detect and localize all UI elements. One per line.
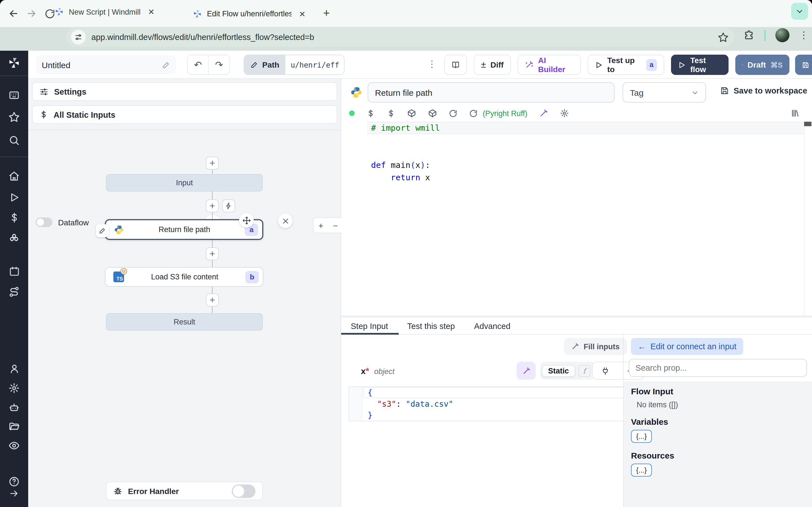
save-to-workspace-button[interactable]: Save to workspace: [720, 86, 807, 95]
audit-eye-icon[interactable]: [7, 439, 21, 452]
extensions-icon[interactable]: [743, 30, 755, 41]
docs-book-button[interactable]: [444, 55, 467, 75]
flow-name-field[interactable]: Untitled: [36, 55, 176, 74]
favorites-star-icon[interactable]: [7, 110, 21, 124]
flow-input-node[interactable]: Input: [106, 174, 263, 191]
resources-cubes-icon[interactable]: [7, 231, 21, 244]
step-node-return-file-path[interactable]: Return file path a: [105, 219, 263, 240]
windmill-logo[interactable]: [7, 56, 21, 70]
forward-button[interactable]: [22, 4, 41, 22]
flow-result-node[interactable]: Result: [106, 313, 263, 331]
dollar-icon[interactable]: [366, 109, 375, 117]
active-tab-underline: [341, 333, 399, 335]
code-assistants-label[interactable]: (Pyright Ruff): [483, 109, 527, 117]
reload-icon[interactable]: [469, 109, 477, 117]
edit-or-connect-button[interactable]: ← Edit or connect an input: [631, 338, 743, 355]
workers-robot-icon[interactable]: [7, 400, 21, 414]
more-options-icon[interactable]: ⋮: [427, 59, 437, 69]
deploy-button[interactable]: Deploy: [795, 55, 812, 75]
edit-step-pencil-icon[interactable]: [96, 224, 109, 237]
plus-minus-icon: ±: [481, 60, 486, 70]
tab-close-icon[interactable]: ✕: [146, 6, 157, 17]
add-step-top-button[interactable]: [206, 157, 219, 170]
editor-scrollbar[interactable]: [804, 122, 812, 316]
diff-button[interactable]: ± Diff: [474, 55, 511, 75]
tab-test-this-step[interactable]: Test this step: [407, 321, 455, 330]
bug-icon: [113, 487, 122, 496]
magic-wand-icon[interactable]: [539, 109, 548, 118]
folders-icon[interactable]: [7, 420, 21, 433]
bookmark-star-icon[interactable]: [718, 32, 728, 43]
error-handler-row[interactable]: Error Handler: [106, 482, 263, 500]
tab-search-button[interactable]: [791, 3, 808, 20]
library-icon[interactable]: [791, 109, 800, 118]
resources-chip[interactable]: {...}: [631, 464, 652, 476]
dataflow-toggle[interactable]: [36, 217, 52, 227]
add-step-button[interactable]: [206, 200, 219, 212]
site-settings-icon[interactable]: [71, 30, 86, 45]
move-step-handle[interactable]: [239, 213, 254, 228]
tab-step-input[interactable]: Step Input: [351, 321, 388, 330]
collapse-arrow-icon[interactable]: [7, 487, 21, 500]
step-name-input[interactable]: [368, 82, 615, 103]
flow-input-empty: No items ([]): [637, 400, 812, 409]
save-icon: [742, 61, 743, 69]
add-step-button[interactable]: [206, 247, 219, 260]
runs-icon[interactable]: [7, 190, 21, 204]
ai-builder-button[interactable]: AI Builder: [518, 55, 581, 75]
user-icon[interactable]: [7, 362, 21, 375]
tab-title: New Script | Windmill: [69, 8, 141, 16]
arg-name: x: [361, 366, 366, 376]
address-bar[interactable]: app.windmill.dev/flows/edit/u/henri/effo…: [66, 27, 734, 47]
test-up-to-button[interactable]: Test up to a: [588, 55, 664, 75]
schedules-calendar-icon[interactable]: [7, 264, 21, 278]
add-step-button[interactable]: [206, 293, 219, 306]
plug-icon[interactable]: [601, 367, 610, 375]
draft-button[interactable]: Draft ⌘S: [735, 55, 790, 75]
fill-inputs-button[interactable]: Fill inputs: [564, 338, 627, 355]
variables-chip[interactable]: {...}: [631, 430, 652, 443]
edit-pencil-icon[interactable]: [162, 61, 170, 69]
help-icon[interactable]: [7, 475, 21, 489]
path-chip[interactable]: Path u/henri/eff: [244, 55, 345, 75]
tab-close-icon[interactable]: ✕: [297, 8, 308, 19]
tag-select[interactable]: Tag: [622, 82, 706, 103]
static-mode-button[interactable]: Static: [542, 365, 575, 377]
search-prop-input[interactable]: [629, 359, 807, 377]
flow-toolbar: Untitled ↶ ↷ Path u/henri/eff ⋮ ± Diff A…: [28, 51, 812, 79]
home-icon[interactable]: [7, 170, 21, 183]
delete-step-button[interactable]: [278, 214, 293, 228]
all-static-inputs-row[interactable]: All Static Inputs: [32, 105, 337, 124]
test-flow-button[interactable]: Test flow: [671, 55, 728, 75]
arg-ai-wand-button[interactable]: [516, 362, 536, 380]
step-node-load-s3[interactable]: TS Load S3 file content b: [105, 267, 263, 287]
profile-avatar[interactable]: [775, 28, 790, 42]
reload-icon[interactable]: [449, 109, 457, 117]
new-tab-button[interactable]: +: [319, 6, 334, 20]
search-icon[interactable]: [7, 133, 21, 147]
javascript-mode-button[interactable]: f: [578, 365, 591, 377]
code-editor[interactable]: # import wmill def main(x): return x: [341, 122, 812, 316]
variables-icon[interactable]: [7, 211, 21, 224]
apps-icon[interactable]: [7, 89, 21, 102]
browser-tab-edit-flow[interactable]: Edit Flow u/henri/effortless_fl ✕: [186, 4, 315, 24]
browser-menu-icon[interactable]: ⋮: [799, 29, 809, 41]
settings-row[interactable]: Settings: [32, 82, 337, 101]
back-button[interactable]: [4, 4, 22, 22]
redo-button[interactable]: ↷: [209, 55, 230, 74]
json-input-editor[interactable]: { "s3": "data.csv"}: [349, 386, 641, 421]
zoom-in-button[interactable]: +: [318, 221, 323, 230]
package-icon[interactable]: [428, 109, 437, 118]
zoom-out-button[interactable]: −: [333, 221, 338, 230]
tab-advanced[interactable]: Advanced: [474, 321, 510, 330]
routes-icon[interactable]: [7, 285, 21, 298]
error-handler-toggle[interactable]: [232, 484, 255, 498]
browser-tab-new-script[interactable]: New Script | Windmill ✕: [48, 0, 181, 24]
editor-settings-gear-icon[interactable]: [560, 109, 569, 118]
package-icon[interactable]: [407, 109, 416, 118]
typescript-bun-icon: TS: [113, 272, 124, 282]
dollar-icon[interactable]: [387, 109, 395, 117]
add-trigger-zap-button[interactable]: [222, 200, 235, 212]
undo-button[interactable]: ↶: [188, 55, 209, 74]
settings-gear-icon[interactable]: [7, 381, 21, 395]
